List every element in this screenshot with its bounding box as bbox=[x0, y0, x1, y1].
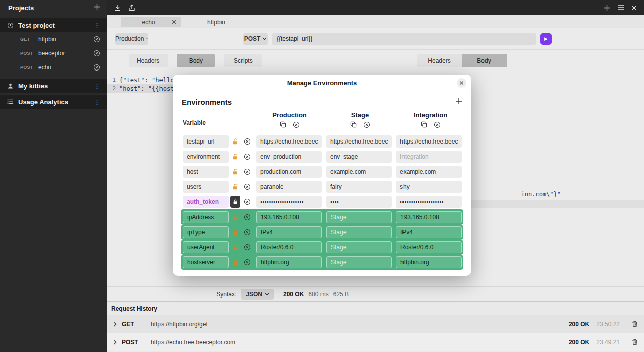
delete-history-button[interactable] bbox=[632, 339, 638, 345]
lock-toggle-button[interactable] bbox=[230, 136, 240, 147]
variable-name-input[interactable] bbox=[183, 196, 229, 208]
tab-httpbin[interactable]: httpbin bbox=[186, 17, 247, 27]
delete-environment-button[interactable] bbox=[363, 121, 370, 128]
duplicate-environment-button[interactable] bbox=[421, 121, 427, 128]
unlock-icon bbox=[232, 244, 239, 251]
value-input-stage[interactable] bbox=[326, 211, 392, 223]
method-select[interactable]: POST bbox=[243, 33, 268, 45]
history-row[interactable]: POST https://echo.free.beeceptor.com 200… bbox=[107, 333, 644, 351]
remove-variable-button[interactable] bbox=[242, 182, 252, 192]
value-input-integration[interactable] bbox=[396, 135, 462, 148]
value-input-integration[interactable] bbox=[396, 256, 462, 268]
variable-name-input[interactable] bbox=[183, 241, 229, 253]
tab-scripts[interactable]: Scripts bbox=[224, 54, 262, 67]
value-input-integration[interactable] bbox=[396, 166, 462, 178]
tab-echo[interactable]: echo bbox=[121, 17, 181, 27]
download-button[interactable] bbox=[114, 4, 121, 11]
sidebar-item-echo[interactable]: POST echo bbox=[0, 60, 107, 75]
value-input-stage[interactable] bbox=[326, 226, 392, 238]
close-tab-button[interactable] bbox=[172, 20, 176, 24]
variable-name-input[interactable] bbox=[183, 256, 229, 268]
value-input-production[interactable] bbox=[256, 226, 322, 238]
value-input-integration[interactable] bbox=[396, 181, 462, 193]
lock-toggle-button[interactable] bbox=[230, 227, 240, 237]
share-button[interactable] bbox=[128, 4, 135, 11]
sidebar-group-my-kitties[interactable]: My kitties ⋮ bbox=[0, 79, 107, 93]
lock-toggle-button[interactable] bbox=[230, 212, 240, 222]
add-environment-button[interactable] bbox=[455, 97, 462, 106]
value-input-integration[interactable] bbox=[396, 226, 462, 238]
tab-response-body[interactable]: Body bbox=[462, 54, 507, 67]
value-input-stage[interactable] bbox=[326, 151, 392, 163]
add-project-button[interactable] bbox=[94, 4, 100, 12]
sidebar-item-beeceptor[interactable]: POST beeceptor bbox=[0, 46, 107, 60]
chevron-right-icon[interactable] bbox=[113, 322, 117, 327]
value-input-integration[interactable] bbox=[396, 151, 462, 163]
lock-toggle-button[interactable] bbox=[230, 167, 240, 177]
variable-name-input[interactable] bbox=[183, 135, 229, 148]
remove-variable-button[interactable] bbox=[242, 197, 252, 207]
remove-request-button[interactable] bbox=[93, 50, 100, 57]
remove-variable-button[interactable] bbox=[242, 136, 252, 147]
variable-name-input[interactable] bbox=[183, 181, 229, 193]
environment-select[interactable]: Production bbox=[115, 33, 148, 45]
group-menu-button[interactable]: ⋮ bbox=[94, 22, 100, 29]
sidebar-group-test-project[interactable]: Test project ⋮ bbox=[0, 18, 107, 32]
remove-variable-button[interactable] bbox=[242, 167, 252, 177]
menu-button[interactable] bbox=[617, 5, 624, 11]
close-modal-button[interactable] bbox=[457, 78, 466, 88]
value-input-production[interactable] bbox=[256, 211, 322, 223]
value-input-stage[interactable] bbox=[326, 241, 392, 253]
remove-request-button[interactable] bbox=[93, 64, 100, 71]
variable-name-input[interactable] bbox=[183, 151, 229, 163]
value-input-stage[interactable] bbox=[326, 166, 392, 178]
send-request-button[interactable]: ▶ bbox=[540, 33, 552, 45]
lock-toggle-button[interactable] bbox=[230, 196, 240, 208]
value-input-stage[interactable] bbox=[326, 196, 392, 208]
remove-variable-button[interactable] bbox=[242, 227, 252, 237]
variable-name-input[interactable] bbox=[183, 226, 229, 238]
sidebar-item-httpbin[interactable]: GET httpbin bbox=[0, 32, 107, 46]
remove-variable-button[interactable] bbox=[242, 152, 252, 162]
value-input-production[interactable] bbox=[256, 166, 322, 178]
variable-name-input[interactable] bbox=[183, 166, 229, 178]
value-input-production[interactable] bbox=[256, 196, 322, 208]
syntax-select[interactable]: JSON bbox=[241, 289, 274, 300]
value-input-stage[interactable] bbox=[326, 181, 392, 193]
group-menu-button[interactable]: ⋮ bbox=[94, 98, 100, 106]
url-input[interactable] bbox=[272, 33, 536, 45]
close-window-button[interactable] bbox=[631, 5, 637, 11]
value-input-production[interactable] bbox=[256, 135, 322, 148]
new-tab-button[interactable] bbox=[604, 5, 610, 11]
chevron-right-icon[interactable] bbox=[113, 340, 117, 345]
sidebar-group-usage-analytics[interactable]: Usage Analytics ⋮ bbox=[0, 95, 107, 109]
value-input-production[interactable] bbox=[256, 151, 322, 163]
value-input-integration[interactable] bbox=[396, 241, 462, 253]
lock-toggle-button[interactable] bbox=[230, 152, 240, 162]
remove-request-button[interactable] bbox=[93, 36, 100, 43]
variable-name-input[interactable] bbox=[183, 211, 229, 223]
remove-variable-button[interactable] bbox=[242, 212, 252, 222]
tab-headers[interactable]: Headers bbox=[129, 54, 168, 67]
value-input-integration[interactable] bbox=[396, 211, 462, 223]
lock-toggle-button[interactable] bbox=[230, 257, 240, 267]
value-input-stage[interactable] bbox=[326, 135, 392, 148]
group-menu-button[interactable]: ⋮ bbox=[94, 82, 100, 90]
history-row[interactable]: GET https://httpbin.org/get 200 OK 23:50… bbox=[107, 315, 644, 333]
duplicate-environment-button[interactable] bbox=[350, 121, 357, 128]
delete-environment-button[interactable] bbox=[293, 121, 300, 128]
value-input-production[interactable] bbox=[256, 256, 322, 268]
lock-toggle-button[interactable] bbox=[230, 182, 240, 192]
delete-environment-button[interactable] bbox=[434, 121, 441, 128]
lock-toggle-button[interactable] bbox=[230, 242, 240, 252]
value-input-integration[interactable] bbox=[396, 196, 462, 208]
value-input-production[interactable] bbox=[256, 241, 322, 253]
tab-response-headers[interactable]: Headers bbox=[417, 54, 462, 67]
delete-history-button[interactable] bbox=[632, 321, 638, 327]
value-input-production[interactable] bbox=[256, 181, 322, 193]
remove-variable-button[interactable] bbox=[242, 242, 252, 252]
remove-variable-button[interactable] bbox=[242, 257, 252, 267]
value-input-stage[interactable] bbox=[326, 256, 392, 268]
duplicate-environment-button[interactable] bbox=[280, 121, 286, 128]
tab-body[interactable]: Body bbox=[177, 54, 215, 67]
